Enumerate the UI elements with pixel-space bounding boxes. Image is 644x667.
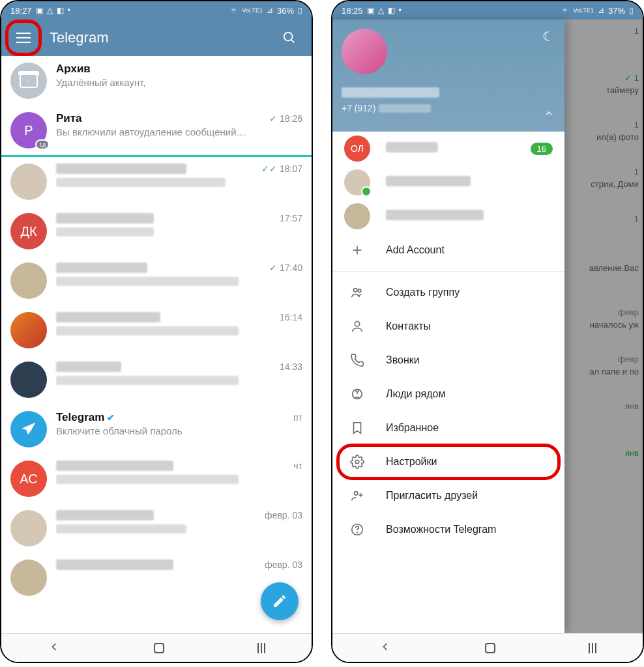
chat-name: [56, 362, 121, 372]
status-bar: 18:25 ▣ △ ◧ • ᯤ VoLTE1 ⊿ 37% ▯: [332, 1, 643, 20]
verified-icon: ✔: [107, 412, 115, 423]
menu-separator: [332, 271, 564, 272]
chat-item[interactable]: 16:14: [1, 305, 312, 355]
search-button[interactable]: [274, 31, 305, 45]
menu-item-invite[interactable]: Пригласить друзей: [332, 479, 564, 513]
account-item[interactable]: [332, 165, 564, 199]
app-icon: ◧: [388, 6, 395, 15]
account-avatar: [344, 169, 370, 195]
chat-time: 14:33: [280, 362, 302, 372]
account-label: [386, 142, 515, 155]
svg-point-6: [355, 322, 359, 326]
chat-message: [56, 274, 302, 288]
nav-home[interactable]: [485, 643, 495, 653]
menu-item-nearby[interactable]: Люди рядом: [332, 377, 564, 411]
nav-recent[interactable]: [257, 643, 265, 653]
timer-badge: 1д: [35, 139, 50, 150]
contact-icon: [344, 319, 370, 334]
drive-icon: △: [378, 6, 384, 15]
chat-item[interactable]: февр. 03: [1, 504, 312, 553]
chat-item[interactable]: Telegram✔птВключите облачный пароль: [1, 404, 312, 454]
call-icon: [344, 353, 370, 367]
menu-item-settings[interactable]: Настройки: [332, 445, 564, 479]
menu-label: Люди рядом: [386, 388, 553, 400]
account-label: [386, 210, 553, 223]
chat-message: Вы включили автоудаление сообщений…: [56, 126, 302, 137]
chat-message: [56, 175, 302, 189]
svg-line-1: [291, 40, 295, 43]
battery-text: 36%: [277, 6, 294, 16]
plus-icon: [344, 243, 370, 257]
nav-back[interactable]: [48, 640, 61, 656]
chat-message: [56, 373, 302, 387]
menu-label: Возможности Telegram: [386, 524, 553, 535]
menu-item-group[interactable]: Создать группу: [332, 276, 564, 309]
nav-home[interactable]: [154, 643, 164, 653]
chat-time: 16:14: [280, 312, 302, 322]
chat-item[interactable]: АСчт: [1, 454, 312, 504]
menu-button[interactable]: [8, 22, 39, 53]
add-account-item[interactable]: Add Account: [332, 233, 564, 267]
chat-time: февр. 03: [265, 560, 302, 570]
chat-item[interactable]: АрхивУдалённый аккаунт,: [1, 56, 312, 106]
menu-label: Создать группу: [386, 287, 553, 298]
menu-item-help[interactable]: Возможности Telegram: [332, 513, 564, 546]
svg-point-0: [284, 33, 293, 41]
account-label: [386, 176, 553, 189]
nav-back[interactable]: [379, 640, 392, 656]
phone-right: 18:25 ▣ △ ◧ • ᯤ VoLTE1 ⊿ 37% ▯ 1✓ 1тайме…: [331, 0, 644, 663]
chat-message: Удалённый аккаунт,: [56, 77, 302, 88]
chat-avatar: [10, 560, 47, 596]
menu-label: Избранное: [386, 422, 553, 434]
nav-bar: [1, 633, 312, 662]
drawer-header[interactable]: ☾ +7 (912): [332, 20, 564, 132]
night-mode-icon[interactable]: ☾: [542, 29, 554, 44]
app-title: Telegram: [50, 29, 274, 46]
expand-accounts-icon[interactable]: [544, 108, 554, 121]
chat-time: февр. 03: [265, 510, 302, 520]
unread-badge: 16: [531, 143, 553, 155]
chat-avatar: [10, 63, 47, 99]
chat-item[interactable]: ДК17:57: [1, 206, 312, 256]
account-item[interactable]: [332, 199, 564, 233]
user-name: [342, 87, 555, 100]
user-avatar[interactable]: [342, 29, 387, 74]
chat-avatar: АС: [10, 461, 47, 497]
chat-time: ✓17:40: [269, 263, 302, 273]
chat-name: [56, 263, 147, 273]
bookmark-icon: [344, 421, 370, 435]
chat-item[interactable]: ✓✓18:07: [1, 157, 312, 206]
menu-item-call[interactable]: Звонки: [332, 343, 564, 377]
menu-label: Звонки: [386, 354, 553, 366]
svg-point-4: [354, 289, 358, 292]
chat-item[interactable]: P1дРита✓18:26Вы включили автоудаление со…: [1, 106, 312, 155]
phone-left: 18:27 ▣ △ ◧ • ᯤ VoLTE1 ⊿ 36% ▯ Telegram …: [0, 0, 313, 663]
chat-name: [56, 312, 160, 322]
new-message-fab[interactable]: [261, 582, 299, 620]
account-item[interactable]: ОЛ16: [332, 132, 564, 165]
menu-item-bookmark[interactable]: Избранное: [332, 411, 564, 445]
nav-recent[interactable]: [589, 643, 596, 653]
chat-item[interactable]: 14:33: [1, 355, 312, 404]
image-icon: ▣: [36, 6, 43, 15]
chat-list[interactable]: АрхивУдалённый аккаунт,P1дРита✓18:26Вы в…: [1, 56, 312, 633]
read-check-icon: ✓: [269, 263, 277, 273]
menu-label: Настройки: [386, 456, 553, 468]
menu-item-contact[interactable]: Контакты: [332, 309, 564, 343]
chat-name: [56, 213, 154, 223]
chat-message: [56, 472, 302, 486]
invite-icon: [344, 489, 370, 503]
chat-item[interactable]: ✓17:40: [1, 256, 312, 305]
chat-time: ✓✓18:07: [261, 163, 302, 174]
account-avatar: ОЛ: [344, 135, 370, 162]
volte-icon: VoLTE1: [242, 7, 263, 14]
chat-avatar: [10, 263, 47, 299]
chat-avatar: ДК: [10, 213, 47, 249]
chat-name: [56, 560, 173, 570]
app-header: Telegram: [1, 20, 312, 56]
nav-drawer: ☾ +7 (912) ОЛ16Add AccountСоздать группу…: [332, 20, 564, 633]
status-time: 18:27: [10, 6, 32, 16]
highlight-circle: [5, 20, 42, 56]
chat-time: 17:57: [280, 213, 302, 223]
chat-message: [56, 522, 302, 535]
